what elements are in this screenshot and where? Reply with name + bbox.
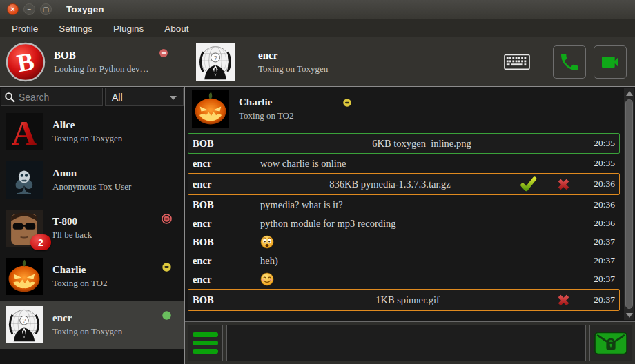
contact-item-t-800[interactable]: T-800I'll be back2 bbox=[0, 204, 184, 252]
message-sender: encr bbox=[193, 179, 260, 190]
alice-avatar: A bbox=[6, 113, 43, 150]
message-row: BOB20:37 bbox=[188, 233, 620, 251]
encr-avatar: ? bbox=[196, 43, 235, 81]
contact-status-message: Toxing on Toxygen bbox=[52, 133, 122, 144]
charlie-avatar bbox=[6, 258, 43, 295]
message-time: 20:36 bbox=[583, 218, 615, 229]
message-time: 20:36 bbox=[583, 179, 615, 190]
scroll-up-button[interactable] bbox=[624, 88, 634, 98]
self-name[interactable]: BOB bbox=[54, 50, 149, 61]
close-button[interactable]: × bbox=[7, 3, 19, 15]
message-text: wow charlie is online bbox=[260, 158, 583, 170]
message-text: pymedia? what is it? bbox=[260, 199, 583, 211]
send-message-button[interactable] bbox=[589, 325, 632, 361]
sidebar: All AAliceToxing on Toxygen♠AnonAnonymou… bbox=[0, 87, 185, 364]
message-time: 20:37 bbox=[583, 274, 615, 285]
message-sender: encr bbox=[193, 274, 260, 285]
friend-status-message: Toxing on Toxygen bbox=[258, 63, 328, 74]
accept-file-icon[interactable] bbox=[520, 176, 537, 193]
message-time: 20:36 bbox=[583, 199, 615, 210]
contact-item-encr[interactable]: ?encrToxing on Toxygen bbox=[0, 301, 184, 349]
minimize-button[interactable]: − bbox=[23, 3, 35, 15]
self-status-message[interactable]: Looking for Python dev… bbox=[54, 63, 149, 74]
contact-name: encr bbox=[52, 312, 122, 324]
contact-status-message: Toxing on Toxygen bbox=[52, 326, 122, 337]
triangle-down-icon bbox=[626, 313, 633, 318]
message-sender: BOB bbox=[193, 199, 260, 211]
fearful-face-emoji bbox=[260, 235, 583, 249]
file-label: 836KB pymedia-1.3.7.3.tar.gz bbox=[260, 179, 520, 190]
message-text: heh) bbox=[260, 255, 583, 267]
contact-filter-dropdown[interactable]: All bbox=[105, 88, 184, 106]
contact-name: Alice bbox=[52, 119, 122, 131]
message-text: python module for mp3 recording bbox=[260, 218, 583, 230]
message-time: 20:35 bbox=[583, 158, 615, 169]
message-time: 20:37 bbox=[583, 255, 615, 266]
video-call-button[interactable] bbox=[594, 46, 627, 79]
away-status-icon bbox=[342, 98, 352, 108]
menu-item-about[interactable]: About bbox=[154, 21, 199, 37]
message-row: BOBpymedia? what is it?20:36 bbox=[188, 196, 620, 214]
decline-file-icon[interactable] bbox=[555, 176, 572, 193]
contact-status-message: Anonymous Tox User bbox=[52, 181, 131, 192]
menu-item-profile[interactable]: Profile bbox=[1, 21, 48, 37]
file-label: 6KB toxygen_inline.png bbox=[260, 138, 583, 150]
message-sender: encr bbox=[193, 218, 260, 230]
menu-item-settings[interactable]: Settings bbox=[48, 21, 103, 37]
search-box bbox=[1, 88, 103, 106]
filter-value: All bbox=[112, 92, 123, 103]
message-row: encrpython module for mp3 recording20:36 bbox=[188, 214, 620, 232]
keyboard-icon[interactable] bbox=[504, 54, 530, 71]
menubar: ProfileSettingsPluginsAbout bbox=[0, 19, 635, 37]
message-time: 20:37 bbox=[583, 294, 615, 305]
chat-panel: Charlie Toxing on TO2 BOB6KB toxygen_inl… bbox=[185, 87, 635, 364]
file-label: 1KB spinner.gif bbox=[260, 294, 555, 306]
message-row: encr20:37 bbox=[188, 270, 620, 288]
header: B BOB Looking for Python dev… ? encr Tox… bbox=[0, 37, 635, 87]
hamburger-icon bbox=[193, 332, 218, 337]
busy-status-icon bbox=[159, 48, 168, 58]
maximize-icon: ▢ bbox=[43, 6, 49, 13]
contact-name: T-800 bbox=[52, 216, 92, 228]
contact-status-message: I'll be back bbox=[52, 230, 92, 241]
contact-item-anon[interactable]: ♠AnonAnonymous Tox User bbox=[0, 156, 184, 204]
chat-body: Charlie Toxing on TO2 BOB6KB toxygen_inl… bbox=[185, 87, 635, 321]
peer-name: Charlie bbox=[239, 97, 294, 108]
message-list: BOB6KB toxygen_inline.png20:35encrwow ch… bbox=[185, 131, 623, 311]
contact-item-charlie[interactable]: CharlieToxing on TO2 bbox=[0, 252, 184, 301]
close-icon: × bbox=[10, 6, 14, 13]
anon-avatar: ♠ bbox=[6, 161, 43, 199]
file-transfer-row: BOB1KB spinner.gif20:37 bbox=[188, 289, 620, 311]
scrollbar-thumb[interactable] bbox=[625, 99, 633, 309]
window-title: Toxygen bbox=[66, 4, 104, 14]
message-sender: BOB bbox=[193, 294, 260, 306]
scroll-down-button[interactable] bbox=[624, 310, 634, 320]
charlie-avatar bbox=[192, 90, 229, 128]
minimize-icon: − bbox=[28, 6, 32, 13]
contact-list: AAliceToxing on Toxygen♠AnonAnonymous To… bbox=[0, 108, 184, 364]
svg-text:?: ? bbox=[213, 54, 217, 61]
active-friend: ? encr Toxing on Toxygen bbox=[185, 37, 328, 86]
contact-item-alice[interactable]: AAliceToxing on Toxygen bbox=[0, 108, 184, 156]
decline-file-icon[interactable] bbox=[555, 292, 572, 309]
search-input[interactable] bbox=[19, 92, 99, 103]
bob-avatar[interactable]: B bbox=[6, 42, 46, 82]
contact-name: Charlie bbox=[52, 264, 108, 276]
composer bbox=[185, 321, 635, 364]
maximize-button[interactable]: ▢ bbox=[40, 3, 52, 15]
message-row: encrheh)20:37 bbox=[188, 252, 620, 270]
file-transfer-row: encr836KB pymedia-1.3.7.3.tar.gz20:36 bbox=[188, 173, 620, 195]
chat-peer-card: Charlie Toxing on TO2 bbox=[185, 87, 623, 131]
message-sender: BOB bbox=[193, 236, 260, 248]
search-icon bbox=[4, 92, 15, 103]
toxygen-window: × − ▢ Toxygen ProfileSettingsPluginsAbou… bbox=[0, 0, 635, 364]
composer-menu-button[interactable] bbox=[188, 325, 223, 361]
away-status-icon bbox=[162, 262, 172, 272]
message-input[interactable] bbox=[226, 325, 586, 361]
menu-item-plugins[interactable]: Plugins bbox=[103, 21, 154, 37]
message-time: 20:37 bbox=[583, 236, 615, 247]
audio-call-button[interactable] bbox=[553, 46, 586, 79]
message-time: 20:35 bbox=[583, 138, 615, 149]
unread-count-badge: 2 bbox=[30, 234, 51, 250]
friend-name: encr bbox=[258, 50, 328, 61]
